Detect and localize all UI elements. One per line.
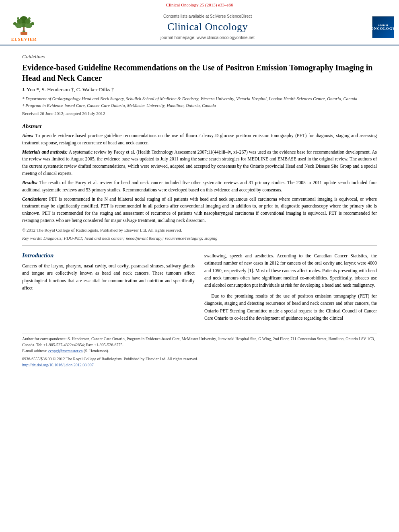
top-bar: Clinical Oncology 25 (2013) e33–e66 [0,0,399,9]
svg-point-12 [31,22,34,25]
email-name: (S. Henderson). [84,349,109,353]
affiliation-1: * Department of Otolaryngology-Head and … [22,95,377,102]
abstract-results: Results: The results of the Facey et al.… [22,179,377,194]
intro-para-3: Due to the promising results of the use … [204,292,377,322]
logo-clinical: clinical [378,23,388,27]
keywords-text: Diagnosis; FDG-PET; head and neck cancer… [42,236,218,240]
abstract-aims: Aims: To provide evidence-based practice… [22,132,377,147]
divider-2 [22,245,377,246]
logo-box-area: clinical ONCOLOGY [367,9,399,45]
authors-line: J. Yoo *, S. Henderson †, C. Walker-Dilk… [22,86,377,93]
aims-text: To provide evidence-based practice guide… [22,133,377,145]
journal-title: Clinical Oncology [167,21,248,33]
author-note: Author for correspondence: S. Henderson,… [22,336,377,348]
abstract-section: Abstract Aims: To provide evidence-based… [22,123,377,240]
doi-line: http://dx.doi.org/10.1016/j.clon.2012.08… [22,362,377,368]
received-line: Received 26 June 2012; accepted 26 July … [22,111,377,116]
intro-right-text: swallowing, speech and aesthetics. Accor… [204,252,377,322]
intro-left-text: Cancers of the larynx, pharynx, nasal ca… [22,262,195,292]
abstract-methods: Materials and methods: A systematic revi… [22,149,377,177]
intro-para-2: swallowing, speech and aesthetics. Accor… [204,252,377,289]
abstract-text: Aims: To provide evidence-based practice… [22,132,377,234]
elsevier-logo: ELSEVIER [11,12,37,41]
email-address: ccopgi@mcmaster.ca [48,349,83,353]
results-label: Results: [22,180,37,185]
elsevier-logo-area: ELSEVIER [0,9,48,45]
abstract-title: Abstract [22,123,377,130]
svg-point-10 [28,17,31,20]
doi-link[interactable]: http://dx.doi.org/10.1016/j.clon.2012.08… [22,363,94,367]
introduction-heading: Introduction [22,252,195,259]
results-text: The results of the Facey et al. review f… [22,180,377,192]
svg-point-11 [13,22,16,25]
logo-oncology: ONCOLOGY [371,27,396,31]
article-title: Evidence-based Guideline Recommendations… [22,62,377,83]
section-label: Guidelines [22,53,377,60]
elsevier-wordmark: ELSEVIER [11,37,37,41]
affiliation-2: † Program in Evidence-based Care, Cancer… [22,102,377,109]
svg-point-9 [17,17,19,20]
copyright-line: © 2012 The Royal College of Radiologists… [22,227,377,234]
issn-line: 0936-6555/$36.00 © 2012 The Royal Colleg… [22,356,377,362]
clinical-oncology-logo: clinical ONCOLOGY [372,16,394,38]
elsevier-tree-icon [11,12,37,36]
journal-header: ELSEVIER Contents lists available at Sci… [0,9,399,45]
affiliations: * Department of Otolaryngology-Head and … [22,95,377,109]
journal-title-area: Contents lists available at SciVerse Sci… [48,9,367,45]
methods-text: A systematic review by Facey et al. (Hea… [22,150,377,176]
two-column-section: Introduction Cancers of the larynx, phar… [22,252,377,325]
aims-label: Aims: [22,133,33,138]
svg-rect-8 [21,32,27,35]
intro-para-1: Cancers of the larynx, pharynx, nasal ca… [22,262,195,292]
content-wrapper: Guidelines Evidence-based Guideline Reco… [0,45,399,372]
keywords-line: Key words: Diagnosis; FDG-PET; head and … [22,236,377,240]
conclusions-label: Conclusions: [22,197,47,201]
journal-citation: Clinical Oncology 25 (2013) e33–e66 [166,2,233,7]
sciverse-line: Contents lists available at SciVerse Sci… [163,14,252,18]
col-right: swallowing, speech and aesthetics. Accor… [204,252,377,325]
methods-label: Materials and methods: [22,150,68,154]
divider-1 [22,120,377,120]
email-label: E-mail address: [22,349,47,353]
col-left: Introduction Cancers of the larynx, phar… [22,252,195,325]
abstract-conclusions: Conclusions: PET is recommended in the N… [22,196,377,224]
footnote-area: Author for correspondence: S. Henderson,… [22,333,377,368]
keywords-label: Key words: [22,236,42,240]
journal-homepage: journal homepage: www.clinicaloncologyon… [160,35,255,40]
email-line: E-mail address: ccopgi@mcmaster.ca (S. H… [22,348,377,354]
authors: J. Yoo *, S. Henderson †, C. Walker-Dilk… [22,86,114,92]
conclusions-text: PET is recommended in the N and bilatera… [22,197,377,223]
